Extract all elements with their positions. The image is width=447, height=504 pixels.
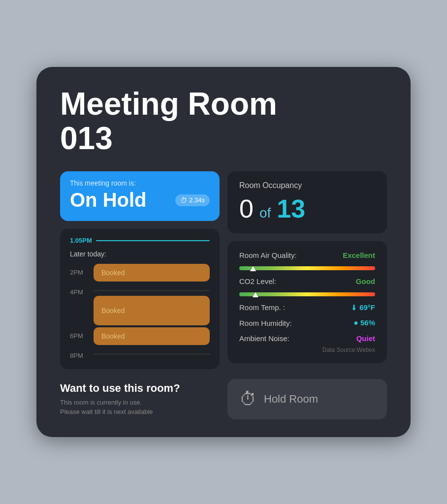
occupancy-label: Room Occupancy [239, 181, 375, 190]
temp-label: Room Temp. : [239, 303, 285, 312]
schedule-list: 2PM Booked 4PM 4PM Booked 6P [70, 264, 210, 359]
status-value: On Hold [70, 189, 147, 211]
air-quality-label: Room Air Quality: [239, 251, 297, 259]
noise-value: Quiet [356, 334, 375, 343]
booking-block: Booked [94, 264, 210, 282]
data-source: Data Source:Webex [239, 346, 375, 353]
occupancy-of: of [259, 205, 271, 221]
timer-badge: ⏱ 2.34s [175, 194, 210, 206]
room-card: Meeting Room 013 This meeting room is: O… [36, 67, 411, 438]
schedule-card: 1.05PM Later today: 2PM Booked 4PM [60, 229, 220, 369]
occupancy-card: Room Occupancy 0 of 13 [227, 171, 387, 233]
hold-room-icon: ⏱ [239, 389, 257, 410]
co2-label: CO2 Level: [239, 277, 276, 285]
time-line [96, 240, 210, 241]
co2-indicator [253, 292, 258, 297]
humidity-value: ● 56% [353, 318, 375, 327]
cta-subtitle: This room is currently in use. Please wa… [60, 398, 220, 417]
co2-value: Good [356, 277, 375, 285]
left-column: This meeting room is: On Hold ⏱ 2.34s 1.… [60, 171, 220, 369]
separator-line [94, 290, 210, 291]
right-column: Room Occupancy 0 of 13 Room Air Quality:… [227, 171, 387, 369]
time-label: 2PM [70, 264, 88, 276]
temp-value: 🌡 69°F [351, 303, 375, 312]
current-time: 1.05PM [70, 237, 210, 244]
cta-title: Want to use this room? [60, 382, 220, 395]
noise-row: Ambient Noise: Quiet [239, 334, 375, 343]
list-item: 4PM [70, 284, 210, 296]
later-label: Later today: [70, 250, 210, 258]
metrics-card: Room Air Quality: Excellent CO2 Level: G… [227, 241, 387, 363]
separator-line [94, 354, 210, 354]
list-item: 2PM Booked [70, 264, 210, 282]
co2-row: CO2 Level: Good [239, 277, 375, 285]
list-item: 6PM Booked [70, 327, 210, 345]
status-label: This meeting room is: [70, 179, 210, 187]
hold-room-button[interactable]: ⏱ Hold Room [227, 379, 387, 419]
humidity-label: Room Humidity: [239, 319, 292, 327]
time-label: 8PM [70, 347, 88, 359]
occupancy-current: 0 [239, 194, 254, 223]
occupancy-numbers: 0 of 13 [239, 194, 375, 223]
occupancy-max: 13 [277, 194, 305, 223]
air-quality-indicator [250, 266, 256, 271]
timer-icon: ⏱ [180, 196, 187, 204]
room-title: Meeting Room 013 [60, 87, 387, 156]
main-grid: This meeting room is: On Hold ⏱ 2.34s 1.… [60, 171, 387, 369]
temp-icon: 🌡 [351, 304, 357, 312]
humidity-row: Room Humidity: ● 56% [239, 318, 375, 327]
temp-row: Room Temp. : 🌡 69°F [239, 303, 375, 312]
co2-gradient [239, 292, 375, 296]
time-label: 4PM [70, 284, 88, 296]
air-quality-value: Excellent [343, 251, 375, 259]
humidity-icon: ● [353, 318, 358, 327]
air-quality-gauge [239, 266, 375, 270]
cta-text: Want to use this room? This room is curr… [60, 382, 220, 417]
co2-gauge [239, 292, 375, 296]
booking-block: Booked [94, 327, 210, 345]
status-value-row: On Hold ⏱ 2.34s [70, 189, 210, 211]
list-item: 4PM Booked [70, 296, 210, 325]
status-card: This meeting room is: On Hold ⏱ 2.34s [60, 171, 220, 221]
air-quality-row: Room Air Quality: Excellent [239, 251, 375, 259]
list-item: 8PM [70, 347, 210, 359]
noise-label: Ambient Noise: [239, 334, 289, 343]
timer-value: 2.34s [189, 196, 205, 204]
hold-room-label: Hold Room [264, 393, 318, 406]
booking-block: Booked [94, 296, 210, 325]
bottom-section: Want to use this room? This room is curr… [60, 379, 387, 419]
time-label: 6PM [70, 327, 88, 340]
air-quality-gradient [239, 266, 375, 270]
